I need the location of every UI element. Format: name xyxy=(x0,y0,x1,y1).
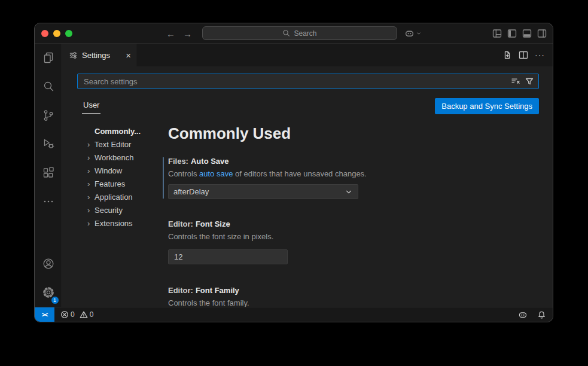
setting-title: Editor:Font Size xyxy=(168,219,538,228)
copilot-icon xyxy=(404,28,415,38)
modified-indicator xyxy=(163,157,164,199)
search-sidebar-icon[interactable] xyxy=(35,72,62,101)
status-bar: >< 0 0 xyxy=(35,307,553,322)
setting-title: Files:Auto Save xyxy=(168,157,538,166)
minimize-window-button[interactable] xyxy=(53,30,60,37)
settings-body: Commonly... › Text Editor › Workbench › xyxy=(62,116,553,307)
chevron-right-icon: › xyxy=(87,154,95,161)
settings-search-input[interactable] xyxy=(83,77,507,87)
toc-item-features[interactable]: › Features xyxy=(62,177,168,190)
extensions-icon[interactable] xyxy=(35,158,62,187)
setting-editor-font-family: Editor:Font Family Controls the font fam… xyxy=(168,286,538,307)
accounts-icon[interactable] xyxy=(35,249,62,278)
window-controls xyxy=(41,23,72,44)
settings-sliders-icon xyxy=(69,51,78,60)
customize-layout-icon[interactable] xyxy=(492,29,502,38)
close-window-button[interactable] xyxy=(41,30,48,37)
zoom-window-button[interactable] xyxy=(65,30,72,37)
copilot-status-icon[interactable] xyxy=(518,310,528,319)
back-button[interactable]: ← xyxy=(166,29,175,39)
copilot-menu[interactable] xyxy=(404,26,422,40)
toggle-secondary-sidebar-icon[interactable] xyxy=(537,29,547,38)
toggle-primary-sidebar-icon[interactable] xyxy=(507,29,517,38)
setting-description: Controls auto save of editors that have … xyxy=(168,169,538,178)
titlebar: ← → Search xyxy=(35,23,553,44)
error-count: 0 xyxy=(71,310,75,319)
select-value: afterDelay xyxy=(173,187,209,196)
forward-button[interactable]: → xyxy=(183,29,192,39)
toc-item-window[interactable]: › Window xyxy=(62,164,168,177)
editor-area: Settings × ··· xyxy=(62,44,553,307)
run-debug-icon[interactable] xyxy=(35,130,62,158)
open-settings-json-icon[interactable] xyxy=(502,50,512,60)
settings-gear-icon[interactable]: 1 xyxy=(35,278,62,307)
setting-files-auto-save: Files:Auto Save Controls auto save of ed… xyxy=(168,157,538,199)
setting-description: Controls the font family. xyxy=(168,298,538,307)
auto-save-link[interactable]: auto save xyxy=(199,169,233,178)
settings-search-box xyxy=(77,74,539,89)
command-center-search[interactable]: Search xyxy=(202,26,397,40)
warnings-icon xyxy=(80,310,88,319)
layout-controls xyxy=(492,23,547,44)
auto-save-select[interactable]: afterDelay xyxy=(168,184,358,199)
vscode-window: ← → Search xyxy=(34,23,553,322)
toc-label: Features xyxy=(95,179,125,188)
tab-bar: Settings × ··· xyxy=(62,44,553,66)
clear-settings-search-icon[interactable] xyxy=(511,77,520,86)
status-bar-right xyxy=(518,310,553,319)
toc-label: Text Editor xyxy=(95,140,131,149)
settings-toc: Commonly... › Text Editor › Workbench › xyxy=(62,121,168,307)
toc-label: Window xyxy=(95,166,122,175)
close-tab-icon[interactable]: × xyxy=(126,51,131,60)
setting-title: Editor:Font Family xyxy=(168,286,538,295)
settings-badge: 1 xyxy=(51,296,59,304)
warning-count: 0 xyxy=(90,310,94,319)
toc-item-application[interactable]: › Application xyxy=(62,190,168,203)
toc-label: Application xyxy=(95,193,133,202)
split-editor-icon[interactable] xyxy=(519,50,528,60)
toc-item-commonly-used[interactable]: Commonly... xyxy=(62,124,168,138)
toc-label: Security xyxy=(95,206,123,215)
toc-item-security[interactable]: › Security xyxy=(62,203,168,216)
chevron-down-icon xyxy=(415,30,422,37)
settings-scope-row: User Backup and Sync Settings xyxy=(77,96,539,116)
toc-item-workbench[interactable]: › Workbench xyxy=(62,151,168,164)
toggle-panel-icon[interactable] xyxy=(522,29,532,38)
notifications-bell-icon[interactable] xyxy=(537,310,546,319)
toc-label: Workbench xyxy=(95,153,134,162)
more-actions-icon[interactable]: ··· xyxy=(535,50,545,60)
font-size-input[interactable] xyxy=(168,249,288,264)
chevron-right-icon: › xyxy=(87,167,95,175)
activity-bar-bottom: 1 xyxy=(35,249,62,307)
chevron-right-icon: › xyxy=(87,180,95,188)
toc-item-text-editor[interactable]: › Text Editor xyxy=(62,138,168,151)
setting-editor-font-size: Editor:Font Size Controls the font size … xyxy=(168,219,538,264)
tab-settings[interactable]: Settings × xyxy=(62,44,136,66)
setting-description: Controls the font size in pixels. xyxy=(168,232,538,241)
more-views-icon[interactable] xyxy=(35,187,62,216)
settings-editor: User Backup and Sync Settings Commonly..… xyxy=(62,66,553,307)
main-row: 1 Settings × xyxy=(35,44,553,307)
filter-settings-icon[interactable] xyxy=(525,77,534,86)
toc-label: Commonly... xyxy=(95,127,141,136)
settings-list: Commonly Used Files:Auto Save Controls a… xyxy=(168,121,553,307)
editor-actions: ··· xyxy=(502,44,553,66)
toc-item-extensions[interactable]: › Extensions xyxy=(62,216,168,230)
problems-indicator[interactable]: 0 0 xyxy=(60,310,96,319)
chevron-right-icon: › xyxy=(87,141,95,148)
search-label: Search xyxy=(294,29,316,38)
remote-indicator[interactable]: >< xyxy=(35,307,54,322)
chevron-right-icon: › xyxy=(87,206,95,214)
tab-user-scope[interactable]: User xyxy=(82,98,100,114)
chevron-down-icon xyxy=(345,188,353,196)
section-heading: Commonly Used xyxy=(168,123,538,144)
source-control-icon[interactable] xyxy=(35,101,62,130)
chevron-right-icon: › xyxy=(87,193,95,201)
backup-sync-settings-button[interactable]: Backup and Sync Settings xyxy=(435,98,539,114)
errors-icon xyxy=(60,310,69,319)
chevron-right-icon: › xyxy=(87,219,95,227)
history-nav: ← → xyxy=(166,23,192,44)
explorer-icon[interactable] xyxy=(35,44,62,72)
activity-bar: 1 xyxy=(35,44,62,307)
tab-label: Settings xyxy=(82,51,110,60)
